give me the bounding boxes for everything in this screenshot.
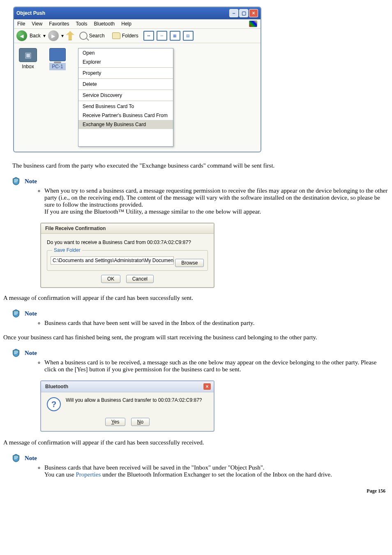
view-tiles-button[interactable]: ▤ [183,31,194,41]
up-button[interactable] [66,31,74,40]
window-controls: – ▢ × [229,9,258,17]
menu-bluetooth[interactable]: Bluetooth [94,21,115,27]
note-1-list: When you try to send a business card, a … [28,187,389,215]
note-label: Note [25,178,37,185]
paragraph-after-note2: Once your business card has finished bei… [3,334,389,341]
paragraph-after-dlg1: A message of confirmation will appear if… [3,295,389,302]
menu-file[interactable]: File [17,21,25,27]
folder-icon [112,32,120,39]
ctx-property[interactable]: Property [78,69,173,78]
minimize-button[interactable]: – [229,9,238,17]
dialog-close-button[interactable]: × [203,383,211,390]
note-2-item: Business cards that have been sent will … [44,320,389,327]
ctx-open[interactable]: Open [78,48,173,58]
browse-button[interactable]: Browse [175,259,204,267]
note-icon [12,348,21,357]
search-icon [79,32,88,40]
note-4-list: Business cards that have been received w… [28,464,389,478]
windows-flag-icon [249,21,257,27]
question-icon: ? [47,397,61,411]
search-button[interactable]: Search [77,31,107,41]
ok-button[interactable]: OK [101,275,120,283]
device-pc[interactable]: PC-1 [49,48,66,147]
window-titlebar: Object Push – ▢ × [14,7,261,19]
note-4-item: Business cards that have been received w… [44,464,389,478]
menu-view[interactable]: View [32,21,42,27]
save-folder-legend: Save Folder [52,247,82,253]
folders-button[interactable]: Folders [110,32,141,40]
paragraph-after-window: The business card from the party who exe… [12,162,380,169]
window-title: Object Push [16,10,45,16]
note-icon [12,454,21,463]
pc-icon [49,48,66,61]
ctx-receive-card[interactable]: Receive Partner's Business Card From [78,111,173,120]
forward-button[interactable]: ► [48,30,59,41]
note-heading-4: Note [12,454,389,463]
context-menu: Open Explorer Property Delete Service Di… [78,48,173,147]
menu-favorites[interactable]: Favorites [49,21,69,27]
object-push-window: Object Push – ▢ × File View Favorites To… [13,7,261,152]
note-icon [12,177,21,186]
window-body: ▣ Inbox PC-1 Open Explorer Property Dele… [14,43,261,152]
note-1-item: When you try to send a business card, a … [44,187,389,215]
bluetooth-question: Will you allow a Business Card transfer … [66,397,202,403]
no-button[interactable]: No [131,418,150,426]
save-folder-path-input[interactable]: C:\Documents and Settings\Administrator\… [51,256,174,265]
view-details-button[interactable]: ▦ [170,31,180,41]
note-3-list: When a business card is to be received, … [28,359,389,373]
ctx-send-card[interactable]: Send Business Card To [78,102,173,111]
ctx-service-discovery[interactable]: Service Discovery [78,91,173,100]
note-label: Note [25,310,37,317]
note-3-item: When a business card is to be received, … [44,359,389,373]
ctx-exchange-card[interactable]: Exchange My Business Card [78,120,173,129]
bluetooth-dialog-title: Bluetooth × [41,381,214,392]
note-label: Note [25,455,37,462]
maximize-button[interactable]: ▢ [239,9,248,17]
note-heading-3: Note [12,348,389,357]
view-list-button[interactable]: ▫▫ [157,31,167,41]
note-icon [12,309,21,318]
device-inbox[interactable]: ▣ Inbox [19,48,37,147]
page-footer: Page 156 [3,488,389,494]
forward-dropdown-icon[interactable]: ▾ [61,33,64,39]
back-dropdown-icon[interactable]: ▾ [43,33,46,39]
view-icons-button[interactable]: ▪▪ [143,31,154,41]
note-heading-2: Note [12,309,389,318]
menu-help[interactable]: Help [121,21,131,27]
inbox-label: Inbox [19,64,37,69]
menubar: File View Favorites Tools Bluetooth Help [14,19,261,29]
inbox-icon: ▣ [19,48,37,62]
save-folder-fieldset: Save Folder C:\Documents and Settings\Ad… [47,250,208,271]
dialog-title: File Receive Confirmation [41,223,214,234]
close-button[interactable]: × [249,9,258,17]
note-label: Note [25,350,37,357]
paragraph-after-dlg2: A message of confirmation will appear if… [3,439,389,446]
menu-tools[interactable]: Tools [76,21,88,27]
pc-label: PC-1 [49,63,66,70]
dialog-question: Do you want to receive a Business Card f… [47,240,208,245]
cancel-button[interactable]: Cancel [126,275,154,283]
note-heading-1: Note [12,177,389,186]
back-label: Back [30,33,41,39]
properties-link[interactable]: Properties [76,471,101,478]
ctx-delete[interactable]: Delete [78,80,173,89]
dialog-body: Do you want to receive a Business Card f… [41,234,214,287]
file-receive-dialog: File Receive Confirmation Do you want to… [40,223,214,288]
ctx-explorer[interactable]: Explorer [78,58,173,67]
yes-button[interactable]: Yes [105,418,126,426]
bluetooth-dialog: Bluetooth × ? Will you allow a Business … [40,380,214,432]
toolbar: ◄ Back ▾ ► ▾ Search Folders ▪▪ ▫▫ ▦ ▤ [14,29,261,43]
note-2-list: Business cards that have been sent will … [28,320,389,327]
back-button[interactable]: ◄ [16,30,27,41]
